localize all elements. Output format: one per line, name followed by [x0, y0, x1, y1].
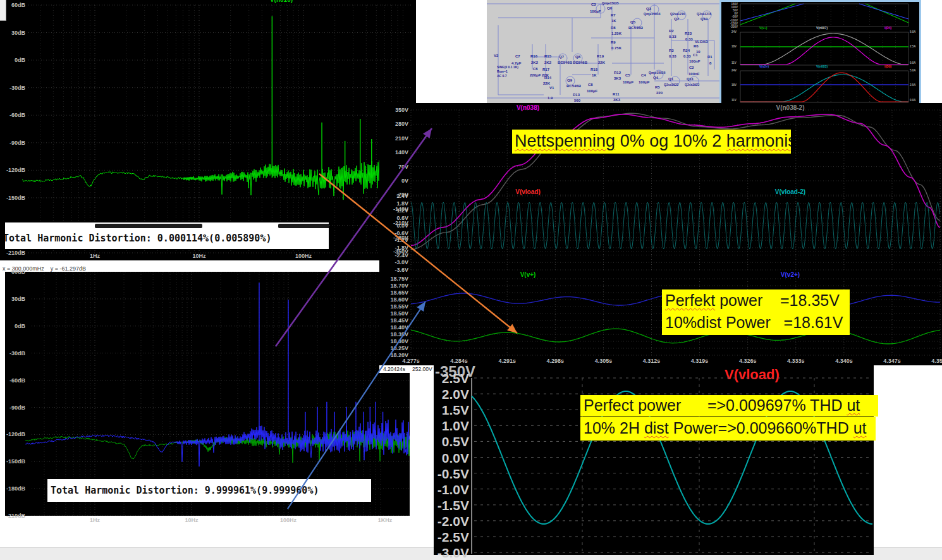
annotation-arrow-purple-head	[423, 128, 432, 138]
annotation-arrow-orange	[319, 174, 517, 333]
slide-canvas: V(n010) 60dB30dB0dB-30dB-60dB-90dB-120dB…	[0, 0, 942, 560]
annotation-arrow-blue	[288, 301, 425, 509]
annotation-arrows-layer	[0, 0, 942, 560]
annotation-arrow-blue-head	[417, 301, 425, 312]
annotation-arrow-purple	[276, 128, 432, 346]
